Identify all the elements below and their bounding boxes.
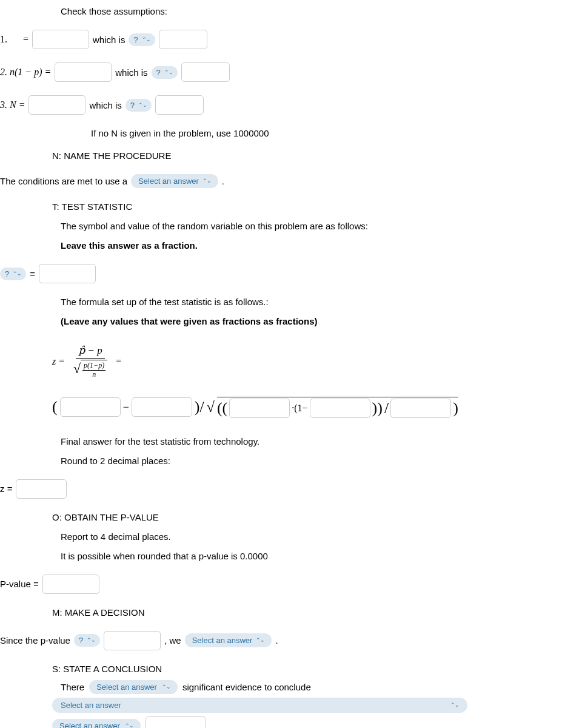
input-n[interactable] <box>390 399 451 418</box>
sqrt-icon: √ <box>207 400 215 414</box>
z-formula-inputs: ( − )/ √ (( ·(1− )) / ) <box>52 397 520 418</box>
qmark-2: ? <box>156 68 161 77</box>
assumption-3-row: 3. N = which is ? ⌃⌄ <box>0 95 520 115</box>
label-2: 2. n(1 − p) = <box>0 67 51 78</box>
input-z[interactable] <box>16 479 67 499</box>
z-value-row: z = <box>0 479 520 499</box>
input-pvalue[interactable] <box>42 575 99 594</box>
pvalue-row: P-value = <box>0 575 520 594</box>
evidence-text: significant evidence to conclude <box>182 682 311 692</box>
label-3: 3. N = <box>0 99 25 110</box>
denominator: √ p(1−p) n <box>71 359 110 378</box>
updown-icon: ⌃⌄ <box>87 638 95 643</box>
select-symbol[interactable]: ? ⌃⌄ <box>0 268 26 280</box>
round-text: Round to 2 decimal places: <box>61 456 520 466</box>
mid-text: ·(1− <box>292 403 307 414</box>
select-is-label: Select an answer <box>96 682 157 692</box>
label-1: 1. <box>0 34 7 45</box>
select-conclusion-label: Select an answer <box>61 701 121 710</box>
input-p3[interactable] <box>310 399 370 418</box>
input-phat[interactable] <box>60 397 121 417</box>
qmark-pv: ? <box>79 636 83 645</box>
rv-value-row: ? ⌃⌄ = <box>0 264 520 283</box>
formula-setup-text: The formula set up of the test statistic… <box>61 297 520 307</box>
updown-icon: ⌃⌄ <box>162 684 170 690</box>
pvalue-note: It is possible when rounded that a p-val… <box>61 551 520 561</box>
final-paren: ) <box>453 400 458 416</box>
select-conclusion-3[interactable]: Select an answer ⌃⌄ <box>52 719 141 728</box>
input-conclusion-value[interactable] <box>146 716 206 728</box>
section-M-title: M: MAKE A DECISION <box>52 607 520 618</box>
updown-icon: ⌃⌄ <box>142 37 150 42</box>
updown-icon: ⌃⌄ <box>256 638 264 643</box>
paren-open: ( <box>52 399 58 415</box>
select-compare-3[interactable]: ? ⌃⌄ <box>125 99 152 112</box>
input-threshold-3[interactable] <box>155 95 204 115</box>
updown-icon: ⌃⌄ <box>125 723 133 728</box>
conclusion-row-3: Select an answer ⌃⌄ <box>52 716 520 728</box>
check-assumptions-heading: Check those assumptions: <box>61 6 520 16</box>
select-compare-1[interactable]: ? ⌃⌄ <box>129 33 155 46</box>
qmark-1: ? <box>133 35 138 44</box>
fractions-note2: (Leave any values that were given as fra… <box>61 316 520 326</box>
slash: / <box>384 400 389 416</box>
section-N-title: N: NAME THE PROCEDURE <box>52 150 520 161</box>
pvalue-label: P-value = <box>0 579 39 589</box>
assumption-1-row: 1. = which is ? ⌃⌄ <box>0 30 520 49</box>
section-T-title: T: TEST STATISTIC <box>52 201 520 212</box>
input-np[interactable] <box>32 30 89 49</box>
updown-icon: ⌃⌄ <box>138 103 147 108</box>
z-label: z = <box>0 484 12 494</box>
updown-icon: ⌃⌄ <box>202 178 211 184</box>
input-p[interactable] <box>132 397 192 417</box>
which-is-1: which is <box>93 35 125 45</box>
dot: . <box>222 176 224 186</box>
select-decision-label: Select an answer <box>192 636 253 645</box>
input-bigN[interactable] <box>28 95 85 115</box>
phat-minus-p: p̂ − p <box>76 345 104 359</box>
note-bigN: If no N is given in the problem, use 100… <box>91 128 520 138</box>
since-text: Since the p-value <box>0 635 70 645</box>
input-threshold-1[interactable] <box>159 30 207 49</box>
rv-text: The symbol and value of the random varia… <box>61 221 520 231</box>
select-pvalue-compare[interactable]: ? ⌃⌄ <box>74 634 100 647</box>
paren-close-div: )/ <box>195 399 204 415</box>
close2: )) <box>372 400 383 416</box>
dot-m: . <box>275 635 278 645</box>
input-threshold-2[interactable] <box>181 62 230 82</box>
section-O-title: O: OBTAIN THE P-VALUE <box>52 512 520 522</box>
conditions-text: The conditions are met to use a <box>0 176 127 186</box>
conclusion-row-1: There Select an answer ⌃⌄ significant ev… <box>61 680 520 694</box>
equals-formula: = <box>116 356 121 367</box>
qmark-3: ? <box>130 101 135 110</box>
eq-symbol: = <box>30 269 35 279</box>
which-is-3: which is <box>89 100 121 110</box>
p1p: p(1−p) <box>82 362 105 370</box>
z-formula-display: z = p̂ − p √ p(1−p) n = <box>52 345 520 379</box>
input-alpha[interactable] <box>104 631 161 650</box>
qmark-sym: ? <box>5 269 9 278</box>
which-is-2: which is <box>115 67 147 78</box>
z-eq-label: z = <box>52 356 65 367</box>
dparen: (( <box>217 400 227 416</box>
z-fraction: p̂ − p √ p(1−p) n <box>71 345 110 379</box>
input-rv-value[interactable] <box>39 264 96 283</box>
n-denom: n <box>91 371 97 379</box>
comma-we: , we <box>164 635 181 645</box>
select-conclusion-full[interactable]: Select an answer ⌃⌄ <box>52 698 467 713</box>
minus-sign: − <box>123 401 129 414</box>
select-conc3-label: Select an answer <box>59 721 120 728</box>
input-n1p[interactable] <box>55 62 112 82</box>
select-is-isnot[interactable]: Select an answer ⌃⌄ <box>89 680 178 694</box>
updown-icon: ⌃⌄ <box>13 271 21 277</box>
procedure-row: The conditions are met to use a Select a… <box>0 174 520 188</box>
input-p2[interactable] <box>229 399 290 418</box>
assumption-2-row: 2. n(1 − p) = which is ? ⌃⌄ <box>0 62 520 82</box>
select-compare-2[interactable]: ? ⌃⌄ <box>152 66 178 79</box>
select-procedure[interactable]: Select an answer ⌃⌄ <box>131 174 218 188</box>
section-S-title: S: STATE A CONCLUSION <box>52 664 520 674</box>
there-text: There <box>61 682 84 692</box>
decision-row: Since the p-value ? ⌃⌄ , we Select an an… <box>0 631 520 650</box>
select-decision[interactable]: Select an answer ⌃⌄ <box>185 633 272 647</box>
equals-1: = <box>23 34 28 45</box>
